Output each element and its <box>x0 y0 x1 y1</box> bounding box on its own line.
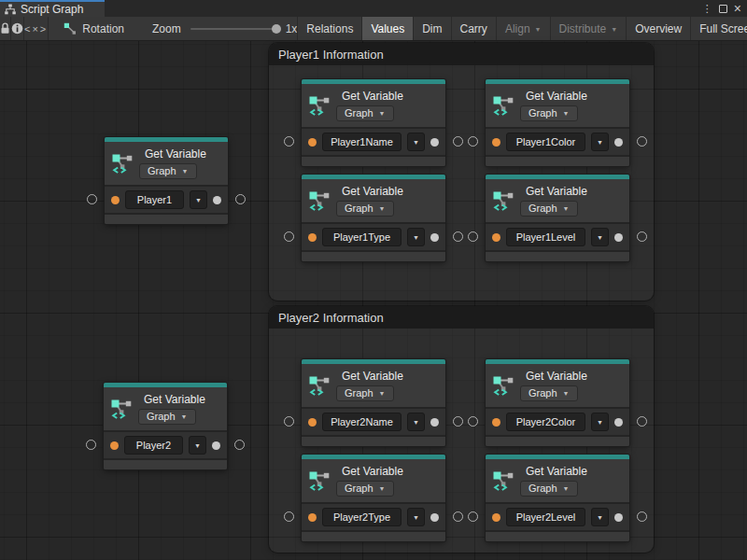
value-output-port[interactable] <box>614 418 623 427</box>
info-button[interactable] <box>11 17 24 40</box>
variable-scope-dropdown[interactable]: Graph▼ <box>138 409 196 425</box>
external-input-port[interactable] <box>468 136 478 147</box>
toolbar-button-values[interactable]: Values <box>361 17 413 40</box>
code-view-toggle-button[interactable]: <×> <box>24 17 49 40</box>
node-header[interactable]: Get VariableGraph▼ <box>486 84 629 127</box>
node-header[interactable]: Get VariableGraph▼ <box>486 179 629 222</box>
zoom-slider-knob[interactable] <box>272 24 281 34</box>
tab-script-graph[interactable]: Script Graph <box>0 0 105 17</box>
value-output-port[interactable] <box>212 441 220 450</box>
group-header[interactable]: Player2 Information <box>269 306 654 329</box>
external-input-port[interactable] <box>468 231 478 242</box>
more-menu-icon[interactable]: ⋮ <box>702 4 712 14</box>
value-output-port[interactable] <box>430 418 439 427</box>
variable-name-dropdown[interactable]: Player2 <box>124 436 183 455</box>
get-variable-node[interactable]: Get VariableGraph▼Player1▼ <box>105 137 228 224</box>
node-header[interactable]: Get VariableGraph▼ <box>302 179 445 222</box>
external-input-port[interactable] <box>86 440 96 450</box>
external-input-port[interactable] <box>284 416 294 427</box>
variable-name-dropdown[interactable]: Player2Name <box>322 413 402 431</box>
value-output-port[interactable] <box>430 138 439 147</box>
external-input-port[interactable] <box>468 511 478 522</box>
variable-scope-dropdown[interactable]: Graph▼ <box>336 481 394 497</box>
variable-name-dropdown[interactable]: Player1Color <box>506 133 585 151</box>
variable-name-dropdown[interactable]: Player2Color <box>506 413 585 431</box>
external-input-port[interactable] <box>468 416 478 427</box>
external-output-port[interactable] <box>637 511 647 522</box>
graph-canvas[interactable]: Player1 InformationPlayer2 Information G… <box>0 41 747 560</box>
variable-name-dropdown[interactable]: Player2Type <box>322 508 402 526</box>
value-input-port[interactable] <box>111 196 120 204</box>
get-variable-node[interactable]: Get VariableGraph▼Player2Color▼ <box>486 359 629 446</box>
variable-dropdown-arrow[interactable]: ▼ <box>591 413 609 431</box>
value-output-port[interactable] <box>213 196 221 204</box>
node-header[interactable]: Get VariableGraph▼ <box>302 459 445 502</box>
variable-name-dropdown[interactable]: Player1Level <box>506 228 585 246</box>
external-input-port[interactable] <box>284 231 294 242</box>
external-input-port[interactable] <box>284 136 294 147</box>
variable-scope-dropdown[interactable]: Graph▼ <box>520 481 578 497</box>
toolbar-button-overview[interactable]: Overview <box>626 17 690 40</box>
value-input-port[interactable] <box>492 513 500 522</box>
group-header[interactable]: Player1 Information <box>269 43 654 65</box>
variable-scope-dropdown[interactable]: Graph▼ <box>139 163 197 179</box>
value-output-port[interactable] <box>614 233 623 242</box>
node-header[interactable]: Get VariableGraph▼ <box>486 364 629 407</box>
variable-dropdown-arrow[interactable]: ▼ <box>189 436 206 455</box>
get-variable-node[interactable]: Get VariableGraph▼Player1Type▼ <box>302 175 445 261</box>
variable-name-dropdown[interactable]: Player1Type <box>322 228 402 246</box>
node-header[interactable]: Get VariableGraph▼ <box>486 459 629 502</box>
variable-scope-dropdown[interactable]: Graph▼ <box>520 105 578 121</box>
variable-name-dropdown[interactable]: Player2Level <box>506 508 585 526</box>
variable-scope-dropdown[interactable]: Graph▼ <box>336 385 394 401</box>
toolbar-button-relations[interactable]: Relations <box>297 17 361 40</box>
get-variable-node[interactable]: Get VariableGraph▼Player1Color▼ <box>486 79 629 166</box>
close-icon[interactable]: × <box>734 2 741 15</box>
get-variable-node[interactable]: Get VariableGraph▼Player1Level▼ <box>486 175 629 261</box>
variable-scope-dropdown[interactable]: Graph▼ <box>520 201 578 217</box>
external-output-port[interactable] <box>453 416 463 427</box>
toolbar-button-fullscreen[interactable]: Full Screen <box>690 17 747 40</box>
toolbar-button-dim[interactable]: Dim <box>413 17 450 40</box>
external-output-port[interactable] <box>453 136 463 147</box>
external-output-port[interactable] <box>637 231 647 242</box>
get-variable-node[interactable]: Get VariableGraph▼Player2▼ <box>104 383 227 469</box>
value-output-port[interactable] <box>430 233 439 242</box>
external-input-port[interactable] <box>284 511 294 522</box>
get-variable-node[interactable]: Get VariableGraph▼Player2Type▼ <box>302 455 445 541</box>
variable-dropdown-arrow[interactable]: ▼ <box>407 228 425 246</box>
node-header[interactable]: Get VariableGraph▼ <box>105 142 228 185</box>
lock-button[interactable] <box>0 17 11 40</box>
value-input-port[interactable] <box>308 138 317 147</box>
value-input-port[interactable] <box>308 513 317 522</box>
variable-dropdown-arrow[interactable]: ▼ <box>407 508 425 526</box>
external-output-port[interactable] <box>453 231 463 242</box>
variable-dropdown-arrow[interactable]: ▼ <box>591 133 609 151</box>
variable-name-dropdown[interactable]: Player1Name <box>322 133 402 151</box>
external-output-port[interactable] <box>234 440 245 450</box>
external-output-port[interactable] <box>453 511 463 522</box>
get-variable-node[interactable]: Get VariableGraph▼Player1Name▼ <box>302 79 445 166</box>
variable-dropdown-arrow[interactable]: ▼ <box>407 133 425 151</box>
external-output-port[interactable] <box>637 136 647 147</box>
get-variable-node[interactable]: Get VariableGraph▼Player2Level▼ <box>486 455 629 541</box>
value-input-port[interactable] <box>492 138 500 147</box>
value-input-port[interactable] <box>308 418 317 427</box>
external-output-port[interactable] <box>235 194 246 204</box>
value-output-port[interactable] <box>614 513 623 522</box>
zoom-slider-track[interactable] <box>190 28 276 30</box>
variable-dropdown-arrow[interactable]: ▼ <box>190 190 207 209</box>
variable-dropdown-arrow[interactable]: ▼ <box>591 508 609 526</box>
value-output-port[interactable] <box>614 138 623 147</box>
value-input-port[interactable] <box>110 441 119 450</box>
variable-scope-dropdown[interactable]: Graph▼ <box>520 385 578 401</box>
external-input-port[interactable] <box>87 194 97 204</box>
variable-dropdown-arrow[interactable]: ▼ <box>591 228 609 246</box>
get-variable-node[interactable]: Get VariableGraph▼Player2Name▼ <box>302 359 445 446</box>
value-input-port[interactable] <box>492 418 500 427</box>
node-header[interactable]: Get VariableGraph▼ <box>104 387 227 430</box>
value-input-port[interactable] <box>492 233 500 242</box>
maximize-icon[interactable] <box>719 5 727 13</box>
external-output-port[interactable] <box>637 416 647 427</box>
variable-scope-dropdown[interactable]: Graph▼ <box>336 201 394 217</box>
